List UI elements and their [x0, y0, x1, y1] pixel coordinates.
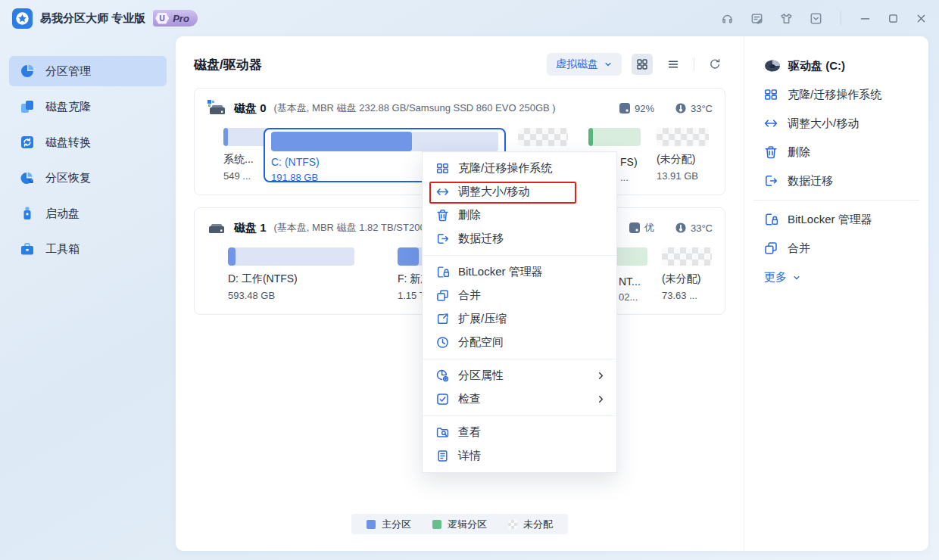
- partition-bar: [657, 128, 709, 146]
- menu-item-allocate-space[interactable]: 分配空间: [423, 331, 616, 354]
- partition-(未分配)[interactable]: (未分配) 73.63 ...: [662, 247, 712, 301]
- extend-shrink-icon: [436, 313, 449, 325]
- menu-item-delete[interactable]: 删除: [423, 204, 616, 227]
- sidebar-item-clone[interactable]: 磁盘克隆: [9, 92, 167, 122]
- partition-size: 593.48 GB: [228, 290, 354, 301]
- disk-temp-value: 33°C: [691, 222, 713, 234]
- refresh-icon: [709, 58, 721, 70]
- menu-item-bitlocker[interactable]: BitLocker 管理器: [423, 260, 616, 284]
- toolbar-divider: [694, 58, 694, 71]
- partition-size: ...: [620, 172, 638, 183]
- panel-item-label: 克隆/迁移操作系统: [788, 88, 881, 102]
- sidebar-item-toolbox[interactable]: 工具箱: [9, 234, 167, 264]
- bitlocker-icon: [436, 266, 449, 278]
- sidebar-item-label: 分区恢复: [45, 171, 91, 185]
- feedback-icon[interactable]: [750, 12, 763, 25]
- legend-item-unallocated: 未分配: [508, 518, 553, 531]
- legend-label: 未分配: [523, 518, 553, 531]
- data-migration-icon: [436, 232, 449, 245]
- merge-icon: [764, 241, 778, 255]
- menu-item-label: 扩展/压缩: [458, 312, 507, 326]
- disk-health: 92%: [619, 103, 654, 114]
- chevron-right-icon: [596, 394, 606, 404]
- list-view-icon: [667, 58, 679, 70]
- partition-D-工作(NTFS)[interactable]: D: 工作(NTFS) 593.48 GB: [228, 247, 354, 301]
- partition-labels: (未分配) 73.63 ...: [662, 272, 712, 301]
- delete-icon: [764, 145, 778, 159]
- drive-icon: [764, 59, 781, 73]
- partition-context-menu: 克隆/迁移操作系统 调整大小/移动 删除 数据迁移 BitLocker 管理器: [422, 151, 617, 473]
- sidebar-item-label: 启动盘: [45, 207, 80, 221]
- partition-bar: [588, 128, 641, 146]
- legend-swatch-unallocated: [508, 520, 517, 529]
- menu-item-partition-properties[interactable]: 分区属性: [423, 364, 616, 387]
- recover-icon: [20, 170, 35, 185]
- menu-item-check[interactable]: 检查: [423, 387, 616, 411]
- sidebar-item-label: 工具箱: [45, 242, 80, 257]
- sidebar-item-pie[interactable]: 分区管理: [9, 56, 167, 86]
- panel-item-label: 数据迁移: [788, 174, 833, 188]
- menu-item-label: 合并: [458, 288, 481, 303]
- partition-name: (未分配): [662, 272, 712, 286]
- bitlocker-icon: [764, 213, 778, 226]
- panel-item-label: 合并: [788, 241, 810, 256]
- menu-item-label: 分区属性: [458, 369, 504, 383]
- legend-item-logical: 逻辑分区: [432, 518, 487, 531]
- panel-item-data-migration[interactable]: 数据迁移: [744, 166, 928, 195]
- sidebar-item-label: 磁盘转换: [45, 135, 91, 150]
- toolbar: 虚拟磁盘: [547, 53, 725, 76]
- legend-label: 逻辑分区: [448, 518, 487, 531]
- maximize-button[interactable]: [888, 13, 899, 24]
- partition-legend: 主分区 逻辑分区 未分配: [351, 514, 568, 534]
- panel-item-bitlocker[interactable]: BitLocker 管理器: [744, 205, 928, 234]
- disk-icon: [207, 98, 226, 118]
- pie-icon: [20, 64, 35, 79]
- minimize-button[interactable]: [859, 13, 871, 24]
- headset-icon[interactable]: [721, 12, 734, 25]
- grid-view-button[interactable]: [632, 54, 653, 75]
- menu-item-label: 删除: [458, 208, 481, 222]
- partition-used: [271, 132, 412, 151]
- menu-item-data-migration[interactable]: 数据迁移: [423, 227, 616, 250]
- partition-(未分配)[interactable]: (未分配) 13.91 GB: [657, 128, 709, 182]
- menu-item-label: 检查: [458, 392, 481, 406]
- sidebar-item-label: 磁盘克隆: [45, 100, 91, 114]
- details-icon: [436, 450, 449, 462]
- sidebar-item-label: 分区管理: [45, 64, 91, 79]
- panel-item-merge[interactable]: 合并: [744, 234, 928, 263]
- panel-item-resize-move[interactable]: 调整大小/移动: [744, 109, 928, 138]
- tshirt-theme-icon[interactable]: [780, 12, 793, 25]
- menu-item-view[interactable]: 查看: [423, 421, 616, 444]
- thermometer-icon: [675, 222, 686, 233]
- sidebar-item-recover[interactable]: 分区恢复: [9, 163, 167, 193]
- disk-health-value: 优: [644, 221, 654, 235]
- more-button[interactable]: 更多: [744, 263, 928, 285]
- menu-item-merge[interactable]: 合并: [423, 284, 616, 307]
- check-icon: [436, 393, 449, 406]
- menu-item-label: BitLocker 管理器: [458, 265, 543, 279]
- thermometer-icon: [675, 103, 686, 114]
- partition-used: [228, 247, 236, 266]
- pro-label: Pro: [173, 13, 189, 24]
- panel-item-clone-os[interactable]: 克隆/迁移操作系统: [744, 80, 928, 109]
- toolbox-icon: [20, 241, 35, 257]
- partition-labels: FS) ...: [620, 156, 638, 183]
- disk-filter-dropdown[interactable]: 虚拟磁盘: [547, 53, 622, 76]
- partition-FS)[interactable]: FS) ...: [588, 128, 641, 146]
- refresh-button[interactable]: [704, 54, 725, 75]
- panel-item-delete[interactable]: 删除: [744, 138, 928, 166]
- close-button[interactable]: [916, 13, 927, 24]
- partition-unallocated[interactable]: [518, 128, 568, 146]
- widget-icon[interactable]: [810, 12, 822, 25]
- partition-size: 13.91 GB: [657, 170, 709, 182]
- menu-item-extend-shrink[interactable]: 扩展/压缩: [423, 307, 616, 331]
- menu-item-resize-move[interactable]: 调整大小/移动: [423, 180, 616, 204]
- more-label: 更多: [764, 270, 787, 285]
- legend-swatch-logical: [432, 520, 441, 529]
- menu-item-details[interactable]: 详情: [423, 444, 616, 468]
- panel-item-label: BitLocker 管理器: [788, 213, 872, 227]
- menu-item-clone-os[interactable]: 克隆/迁移操作系统: [423, 157, 616, 180]
- sidebar-item-convert[interactable]: 磁盘转换: [9, 127, 167, 157]
- sidebar-item-boot[interactable]: 启动盘: [9, 198, 167, 229]
- list-view-button[interactable]: [663, 54, 684, 75]
